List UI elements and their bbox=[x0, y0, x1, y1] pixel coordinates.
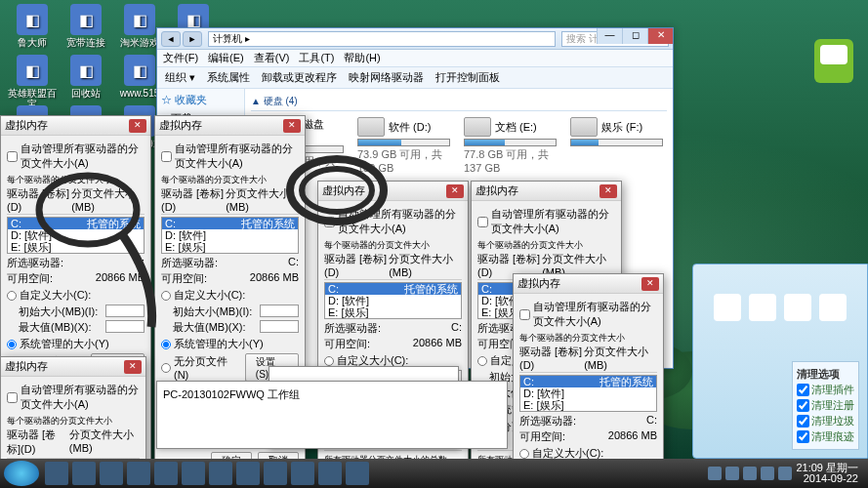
cleanup-checkbox[interactable] bbox=[797, 415, 809, 427]
sys-radio[interactable] bbox=[161, 340, 171, 349]
close-icon[interactable]: ✕ bbox=[599, 184, 617, 198]
taskbar: 21:09 星期一 2014-09-22 bbox=[0, 459, 868, 488]
menu-item[interactable]: 帮助(H) bbox=[344, 51, 380, 65]
auto-checkbox[interactable] bbox=[519, 309, 530, 320]
desktop-icon[interactable]: ◧英雄联盟百宝 bbox=[8, 55, 57, 109]
panel-icon[interactable] bbox=[714, 294, 741, 321]
menu-bar: 文件(F)编辑(E)查看(V)工具(T)帮助(H) bbox=[157, 50, 673, 67]
menu-item[interactable]: 工具(T) bbox=[299, 51, 334, 65]
custom-radio[interactable] bbox=[519, 449, 529, 459]
drive-list[interactable]: C: 托管的系统D: [软件]E: [娱乐]F: bbox=[7, 217, 145, 254]
sys-radio[interactable] bbox=[7, 340, 17, 349]
taskbar-item[interactable] bbox=[127, 462, 150, 485]
max-input[interactable] bbox=[105, 320, 145, 333]
maximize-button[interactable]: ◻ bbox=[622, 28, 647, 44]
init-input[interactable] bbox=[260, 305, 299, 317]
menu-item[interactable]: 文件(F) bbox=[163, 51, 198, 65]
taskbar-item[interactable] bbox=[209, 462, 232, 485]
auto-checkbox[interactable] bbox=[161, 151, 172, 162]
max-input[interactable] bbox=[260, 320, 299, 333]
tray-icon[interactable] bbox=[743, 467, 757, 480]
system-tray: 21:09 星期一 2014-09-22 bbox=[708, 463, 864, 484]
panel-icon[interactable] bbox=[749, 294, 776, 321]
explorer-titlebar: ◄► 计算机 ▸ 搜索 计算机 bbox=[157, 28, 673, 50]
desktop-icon[interactable]: ◧宽带连接 bbox=[62, 4, 110, 48]
assistant-panel[interactable]: 清理选项 清理插件 清理注册 清理垃圾 清理痕迹 bbox=[692, 264, 868, 459]
menu-item[interactable]: 编辑(E) bbox=[208, 51, 244, 65]
vm-dialog: 虚拟内存✕自动管理所有驱动器的分页文件大小(A)每个驱动器的分页文件大小驱动器 … bbox=[513, 273, 664, 488]
tray-icon[interactable] bbox=[708, 467, 722, 480]
minimize-button[interactable]: — bbox=[597, 28, 622, 44]
taskbar-item[interactable] bbox=[72, 462, 96, 485]
close-icon[interactable]: ✕ bbox=[446, 184, 464, 198]
toolbar-item[interactable]: 系统属性 bbox=[207, 70, 250, 85]
tray-icon[interactable] bbox=[725, 467, 739, 480]
drive-item[interactable]: 文档 (E:)77.8 GB 可用，共 137 GB bbox=[464, 117, 557, 181]
cleanup-checkbox[interactable] bbox=[797, 430, 809, 443]
desktop-icon[interactable]: ◧鲁大师 bbox=[8, 4, 57, 48]
custom-radio[interactable] bbox=[324, 356, 334, 366]
auto-checkbox[interactable] bbox=[7, 392, 18, 403]
auto-checkbox[interactable] bbox=[7, 151, 18, 162]
taskbar-item[interactable] bbox=[154, 462, 178, 485]
drive-list[interactable]: C: 托管的系统D: [软件]E: [娱乐]F: bbox=[161, 217, 299, 254]
drive-list[interactable]: C: 托管的系统D: [软件]E: [娱乐]F: bbox=[324, 282, 462, 319]
close-button[interactable]: ✕ bbox=[647, 28, 673, 44]
drives-section-header[interactable]: ▲ 硬盘 (4) bbox=[251, 95, 667, 111]
drive-list[interactable]: C: 托管的系统D: [软件]E: [娱乐]F: bbox=[519, 375, 657, 412]
clock[interactable]: 21:09 星期一 2014-09-22 bbox=[796, 463, 858, 484]
close-icon[interactable]: ✕ bbox=[641, 277, 659, 291]
address-bar[interactable]: 计算机 ▸ bbox=[208, 31, 556, 47]
auto-checkbox[interactable] bbox=[324, 217, 335, 227]
tool-bar: 组织 ▾系统属性卸载或更改程序映射网络驱动器打开控制面板 bbox=[157, 67, 673, 89]
taskbar-item[interactable] bbox=[264, 462, 287, 485]
custom-radio[interactable] bbox=[161, 291, 171, 301]
cleanup-options: 清理选项 清理插件 清理注册 清理垃圾 清理痕迹 bbox=[792, 361, 859, 450]
none-radio[interactable] bbox=[161, 363, 171, 373]
cleanup-checkbox[interactable] bbox=[797, 399, 809, 412]
start-button[interactable] bbox=[4, 461, 39, 486]
taskbar-item[interactable] bbox=[318, 462, 342, 485]
toolbar-item[interactable]: 打开控制面板 bbox=[435, 70, 500, 85]
toolbar-item[interactable]: 组织 ▾ bbox=[165, 70, 195, 85]
taskbar-item[interactable] bbox=[45, 462, 68, 485]
favorites-header[interactable]: ☆ 收藏夹 bbox=[161, 93, 240, 107]
back-button[interactable]: ◄ bbox=[161, 31, 181, 47]
drive-item[interactable]: 娱乐 (F:) bbox=[570, 117, 663, 181]
custom-radio[interactable] bbox=[7, 291, 17, 301]
taskbar-item[interactable] bbox=[236, 462, 260, 485]
cleanup-checkbox[interactable] bbox=[797, 384, 809, 396]
close-icon[interactable]: ✕ bbox=[129, 119, 146, 133]
panel-icon[interactable] bbox=[819, 294, 847, 321]
tray-icon[interactable] bbox=[778, 467, 792, 480]
panel-icon[interactable] bbox=[784, 294, 811, 321]
toolbar-item[interactable]: 映射网络驱动器 bbox=[349, 70, 424, 85]
toolbar-item[interactable]: 卸载或更改程序 bbox=[262, 70, 337, 85]
hostname-panel: PC-20130102FWWQ 工作组 bbox=[156, 381, 508, 449]
menu-item[interactable]: 查看(V) bbox=[254, 51, 290, 65]
tray-icon[interactable] bbox=[761, 467, 774, 480]
taskbar-item[interactable] bbox=[182, 462, 205, 485]
auto-checkbox[interactable] bbox=[477, 217, 488, 227]
close-icon[interactable]: ✕ bbox=[283, 119, 301, 133]
close-icon[interactable]: ✕ bbox=[124, 360, 142, 374]
desktop-icon[interactable]: ◧回收站 bbox=[62, 55, 110, 99]
drive-item[interactable]: 软件 (D:)73.9 GB 可用，共 139 GB bbox=[357, 117, 450, 181]
taskbar-item[interactable] bbox=[346, 462, 369, 485]
taskbar-item[interactable] bbox=[100, 462, 123, 485]
forward-button[interactable]: ► bbox=[183, 31, 202, 47]
taskbar-item[interactable] bbox=[291, 462, 314, 485]
init-input[interactable] bbox=[105, 305, 145, 317]
qq-widget[interactable] bbox=[814, 39, 853, 83]
custom-radio[interactable] bbox=[477, 356, 487, 366]
